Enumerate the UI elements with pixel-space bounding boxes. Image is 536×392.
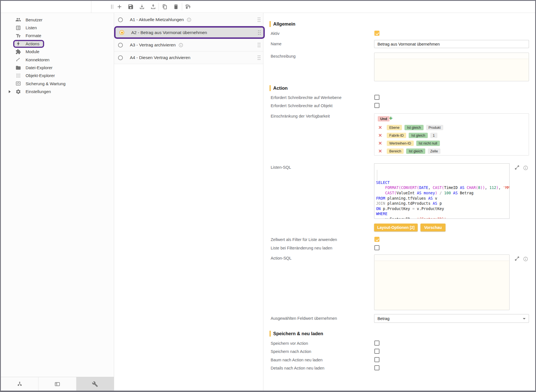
expand-icon [514, 256, 520, 261]
add-condition-button[interactable]: + [389, 115, 393, 121]
action-list-item-a1[interactable]: A1 - Aktuelle Mietzahlungen [114, 13, 263, 26]
sidebar-item-datei-explorer[interactable]: Datei-Explorer [1, 64, 114, 71]
condition-value-chip[interactable]: Produkt [426, 125, 443, 130]
expand-arrow-icon[interactable] [9, 90, 11, 93]
radio-button[interactable] [118, 43, 123, 48]
remove-condition-icon[interactable]: ✕ [378, 148, 387, 154]
action-list-item-a2[interactable]: A2 - Betrag aus Vormonat übernehmen [114, 26, 265, 39]
action-item-label: A1 - Aktuelle Mietzahlungen [130, 17, 184, 22]
tab-panel-view[interactable] [39, 377, 76, 391]
app-window: Benutzer Listen Formate Actions Module K… [0, 0, 536, 392]
write-werkebene-checkbox[interactable] [374, 95, 379, 100]
condition-value-chip[interactable]: Zelle [428, 148, 440, 154]
section-title: Action [273, 85, 288, 91]
export-button[interactable] [150, 3, 157, 10]
condition-field-chip[interactable]: Wertreihen-ID [387, 141, 414, 146]
action-list-item-a4[interactable]: A4 - Diesen Vertrag archivieren [114, 51, 263, 64]
sidebar-item-sicherung-wartung[interactable]: Sicherung & Wartung [1, 80, 114, 87]
condition-operator-chip[interactable]: Ist nicht null [416, 141, 440, 146]
panel-layout-icon [54, 381, 60, 387]
delete-button[interactable] [173, 3, 179, 10]
expand-sql-button[interactable] [514, 165, 520, 170]
remove-condition-icon[interactable]: ✕ [378, 141, 387, 146]
duplicate-button[interactable] [161, 3, 168, 10]
condition-field-chip[interactable]: Fabrik-ID [387, 133, 406, 138]
section-header-action: Action [270, 85, 288, 91]
condition-field-chip[interactable]: Ebene [387, 125, 402, 130]
upload-icon [150, 4, 156, 10]
listen-sql-editor[interactable]: SELECT FORMAT(CONVERT(DATE, CAST(TimeID … [374, 163, 510, 219]
sidebar-item-einstellungen[interactable]: Einstellungen [1, 88, 114, 96]
import-button[interactable] [139, 3, 145, 10]
textarea-inner-strip [375, 53, 528, 59]
condition-row: ✕ Fabrik-ID Ist gleich 1 [378, 133, 440, 138]
tab-tree-view[interactable] [1, 377, 39, 391]
vorschau-button[interactable]: Vorschau [420, 224, 445, 231]
sql-info-icon[interactable] [523, 165, 528, 171]
info-icon[interactable] [187, 17, 191, 22]
write-objekt-label: Erfordert Schreibrechte auf Objekt [271, 103, 333, 108]
condition-field-chip[interactable]: Bereich [387, 148, 404, 154]
add-button[interactable] [116, 3, 123, 10]
action-sql-info-icon[interactable] [523, 256, 528, 262]
section-header-speichern: Speichern & neu laden [270, 331, 323, 337]
sidebar-item-formate[interactable]: Formate [1, 32, 114, 40]
name-input[interactable]: Betrag aus Vormonat übernehmen [374, 40, 529, 48]
feldwert-dropdown[interactable]: Betrag [374, 314, 529, 323]
condition-row: ✕ Wertreihen-ID Ist nicht null [378, 141, 442, 146]
condition-root-chip[interactable]: Und [378, 116, 390, 121]
speichern-nach-checkbox[interactable] [374, 349, 379, 354]
action-template-button[interactable] [185, 3, 192, 10]
action-list-panel: A1 - Aktuelle Mietzahlungen A2 - Betrag … [114, 13, 263, 391]
folder-icon [15, 65, 21, 71]
sidebar-item-listen[interactable]: Listen [1, 24, 114, 31]
trash-icon [173, 4, 179, 10]
condition-operator-chip[interactable]: Ist gleich [409, 133, 428, 138]
chevron-down-icon [523, 318, 526, 319]
zellwert-filter-checkbox[interactable] [374, 237, 379, 242]
action-sql-editor[interactable] [374, 254, 510, 310]
baum-neu-laden-checkbox[interactable] [374, 357, 379, 362]
name-value: Betrag aus Vormonat übernehmen [377, 42, 440, 46]
radio-button[interactable] [118, 17, 123, 22]
sidebar-item-label: Benutzer [26, 17, 42, 22]
row-drag-handle[interactable] [258, 17, 259, 18]
panel-resize-handle[interactable] [109, 3, 116, 10]
action-item-label: A2 - Betrag aus Vormonat übernehmen [131, 30, 207, 35]
details-neu-laden-checkbox[interactable] [374, 365, 379, 370]
tab-settings-view[interactable] [76, 377, 114, 391]
sidebar-item-label: Module [26, 49, 39, 54]
sidebar-item-objekt-explorer[interactable]: Objekt-Explorer [1, 72, 114, 80]
condition-operator-chip[interactable]: Ist gleich [406, 148, 425, 154]
sidebar-item-label: Einstellungen [26, 89, 51, 94]
sidebar-item-label: Actions [26, 41, 39, 46]
row-drag-handle[interactable] [258, 55, 259, 56]
layout-options-button[interactable]: Layout-Optionen [2] [374, 224, 418, 231]
sidebar-item-module[interactable]: Module [1, 48, 114, 56]
sidebar-item-label: Formate [26, 33, 41, 38]
textarea-inner-strip [375, 255, 509, 261]
action-list-item-a3[interactable]: A3 - Vertrag archivieren [114, 39, 263, 51]
sidebar-item-actions[interactable]: Actions [1, 40, 114, 48]
liste-neu-laden-checkbox[interactable] [374, 245, 379, 250]
sidebar-item-konnektoren[interactable]: Konnektoren [1, 56, 114, 64]
sidebar-item-benutzer[interactable]: Benutzer [1, 16, 114, 24]
radio-button[interactable] [118, 55, 123, 60]
speichern-vor-checkbox[interactable] [374, 341, 379, 346]
row-drag-handle[interactable] [258, 43, 259, 44]
sidebar-item-label: Objekt-Explorer [26, 73, 55, 78]
remove-condition-icon[interactable]: ✕ [378, 133, 387, 138]
condition-value-chip[interactable]: 1 [430, 133, 437, 138]
remove-condition-icon[interactable]: ✕ [378, 125, 387, 130]
dot-grid-icon [15, 73, 21, 78]
expand-action-sql-button[interactable] [514, 256, 520, 261]
write-objekt-checkbox[interactable] [374, 103, 379, 108]
drag-grip-icon [111, 4, 113, 9]
condition-operator-chip[interactable]: Ist gleich [404, 125, 423, 130]
row-drag-handle[interactable] [258, 30, 259, 31]
info-icon[interactable] [178, 43, 183, 48]
save-button[interactable] [127, 3, 134, 10]
aktiv-checkbox[interactable] [374, 31, 379, 36]
radio-button[interactable] [119, 30, 124, 35]
beschreibung-textarea[interactable] [374, 53, 529, 81]
